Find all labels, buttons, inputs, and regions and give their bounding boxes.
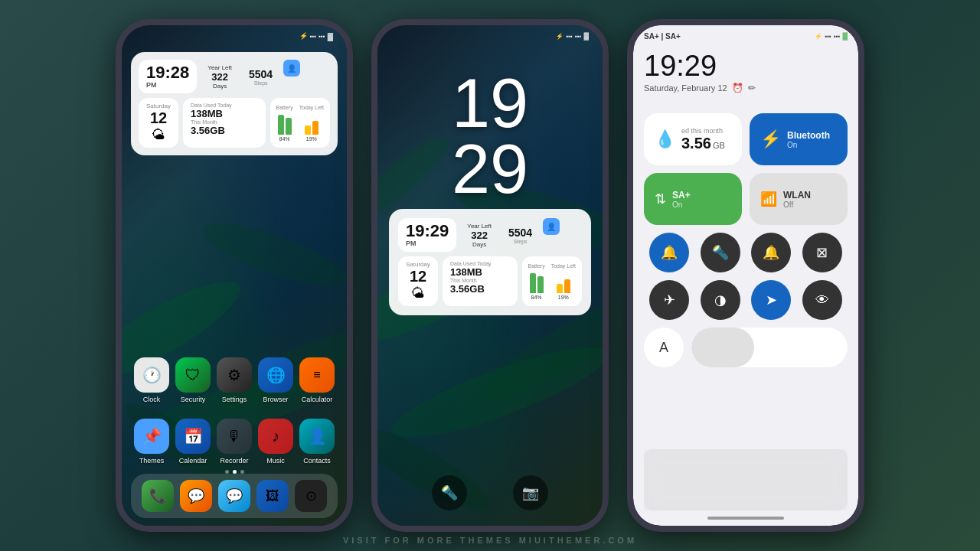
lock-date-num: 12 [410,268,426,285]
cc-flashlight-btn[interactable]: 🔦 [701,233,740,272]
status-right-3: ⚡ ▪▪▪ ▪▪▪ ▓ [815,32,848,40]
date-day: Saturday [146,103,171,109]
year-left-unit: Days [213,83,227,90]
dock-camera[interactable]: ⊙ [295,480,327,512]
app-clock[interactable]: 🕐 Clock [132,357,172,403]
cc-tile-water[interactable]: 💧 ed this month 3.56 GB [644,113,742,165]
battery-icon-3: ▓ [842,32,848,40]
browser-icon: 🌐 [258,357,293,393]
app-settings[interactable]: ⚙ Settings [214,357,254,403]
lock-battery-pct: 84% [531,295,542,300]
steps-val: 5504 [249,68,273,80]
cc-row-1: 💧 ed this month 3.56 GB ⚡ Bluetooth [644,113,848,165]
cc-sa-title: SA+ [672,190,731,201]
lock-time-widget: 19:29 PM [398,218,456,252]
battery-pct: 84% [279,136,290,142]
dock-sms[interactable]: 💬 [218,480,250,512]
cc-eye-btn[interactable]: 👁 [802,280,842,320]
brightness-fill [691,328,754,367]
app-themes-label: Themes [139,457,165,465]
bt-icon-2: ⚡ [556,33,564,40]
year-left-label: Year Left [207,64,232,71]
dock-phone[interactable]: 📞 [142,480,174,512]
sa-icon: ⇅ [655,191,666,207]
cc-nfc-btn[interactable]: ⊠ [802,233,842,272]
cc-notification-btn[interactable]: 🔔 [751,233,791,272]
lock-year-label: Year Left [467,223,492,230]
svg-point-1 [196,210,347,298]
widget-time: 19:28 [146,64,189,81]
lock-today-left: 19% [558,295,569,300]
lock-bottom-controls: 🔦 📷 [377,475,603,510]
cc-tile-wlan[interactable]: 📶 WLAN Off [750,173,848,225]
contacts-icon: 👤 [299,419,335,454]
dock-gallery[interactable]: 🖼 [256,480,289,512]
app-music-label: Music [266,457,285,465]
cc-invert-btn[interactable]: ◑ [701,280,740,320]
wlan-icon: 📶 [760,191,777,207]
brightness-slider[interactable] [691,328,848,367]
app-calculator-label: Calculator [302,396,333,403]
cc-bt-status: On [787,141,837,149]
calculator-icon: ≡ [299,357,335,393]
lock-widget-ampm: PM [406,240,449,247]
cc-time-section: 19:29 Saturday, February 12 ⏰ ✏ [644,50,848,93]
widget-1: 19:28 PM Year Left 322 Days 5504 Steps [131,52,338,155]
lock-steps-icon: 👤 [543,218,560,235]
lock-steps-label: Steps [514,239,528,244]
cc-water-unit: GB [713,141,725,150]
cc-grid: 💧 ed this month 3.56 GB ⚡ Bluetooth [644,113,848,375]
signal-4: ▪▪▪ [575,33,582,40]
cc-tile-bluetooth[interactable]: ⚡ Bluetooth On [750,113,848,165]
watermark: VISIT FOR MORE THEMES MIUITHEMER.COM [0,536,980,545]
lock-year-unit: Days [472,241,486,248]
app-security[interactable]: 🛡 Security [173,357,213,403]
blurred-apps [644,449,848,510]
app-calendar[interactable]: 📅 Calendar [173,419,213,465]
time-widget: 19:28 PM [139,60,197,93]
widget-ampm: PM [146,81,189,89]
phone1: ⚡ ▪▪▪ ▪▪▪ ▓ 19:28 PM Year Left [116,19,353,532]
app-security-label: Security [181,396,206,403]
signal-6: ▪▪▪ [834,33,841,40]
app-recorder[interactable]: 🎙 Recorder [214,419,254,465]
cc-auto-brightness-btn[interactable]: A [644,328,684,367]
date-num: 12 [150,109,167,127]
bluetooth-icon: ⚡ [299,32,308,40]
dock-message[interactable]: 💬 [180,480,212,512]
year-left-widget: Year Left 322 Days [201,60,238,93]
signal-3: ▪▪▪ [566,33,573,40]
cc-water-val: 3.56 [681,135,711,152]
app-music[interactable]: ♪ Music [256,419,296,465]
lock-data-month-val: 3.56GB [450,283,509,295]
calendar-icon: 📅 [175,419,211,454]
data-month-label: This Month [191,119,257,125]
cc-location-btn[interactable]: ➤ [751,280,791,320]
lock-flashlight-btn[interactable]: 🔦 [432,475,467,510]
cc-controls-row-2: ✈ ◑ ➤ 👁 [644,280,848,320]
app-contacts[interactable]: 👤 Contacts [297,419,337,465]
lock-data-month-label: This Month [450,278,509,283]
cc-vibrate-btn[interactable]: 🔔 [649,233,689,272]
status-right-2: ⚡ ▪▪▪ ▪▪▪ ▓ [556,32,589,40]
data-month-val: 3.56GB [191,125,257,136]
signal-5: ▪▪▪ [825,33,831,40]
lock-steps-val: 5504 [508,227,532,239]
lock-camera-btn[interactable]: 📷 [513,475,548,510]
app-themes[interactable]: 📌 Themes [132,419,172,465]
phone2: ⚡ ▪▪▪ ▪▪▪ ▓ 19 29 19:29 PM [371,19,609,532]
steps-icon: 👤 [283,60,300,77]
app-calculator[interactable]: ≡ Calculator [297,357,337,403]
lock-data-widget: Data Used Today 138MB This Month 3.56GB [443,256,517,306]
app-browser[interactable]: 🌐 Browser [256,357,296,403]
app-settings-label: Settings [222,396,247,403]
cc-airplane-btn[interactable]: ✈ [649,280,689,320]
lock-widget-time: 19:29 [406,223,449,240]
bt-icon-3: ⚡ [815,33,822,40]
lock-year-val: 322 [471,230,488,241]
status-left-3: SA+ | SA+ [644,32,681,41]
status-right-1: ⚡ ▪▪▪ ▪▪▪ ▓ [299,32,333,41]
clock-icon: 🕐 [134,357,169,393]
cc-tile-sa[interactable]: ⇅ SA+ On [644,173,742,225]
recorder-icon: 🎙 [217,419,252,454]
